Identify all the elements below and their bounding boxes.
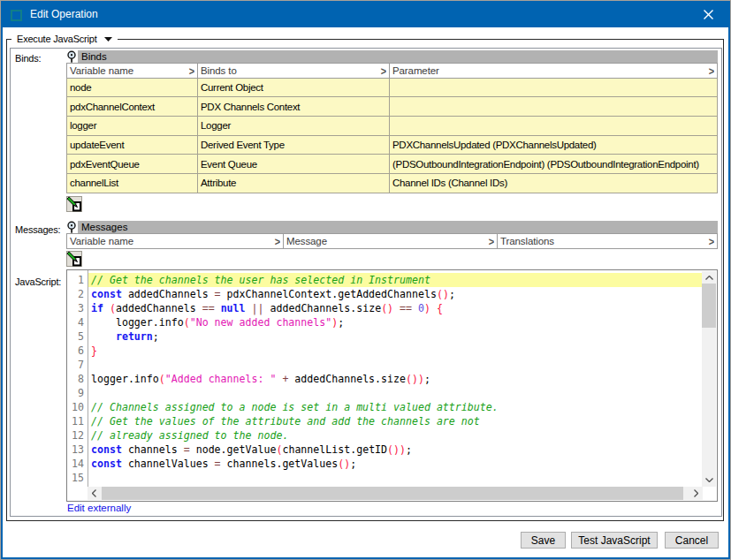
code-line[interactable]: // already assigned to the node. [91, 428, 288, 443]
column-header[interactable]: Parameter> [390, 64, 717, 78]
binds-table-row[interactable]: nodeCurrent Object [66, 79, 718, 98]
column-header-label: Translations [500, 236, 554, 246]
scroll-left-icon[interactable] [88, 487, 101, 501]
binds-section-header[interactable]: Binds [78, 50, 718, 63]
column-header[interactable]: Variable name> [67, 234, 284, 248]
messages-table-header: Variable name>Message>Translations> [66, 233, 718, 249]
line-number: 8 [67, 372, 84, 386]
code-line[interactable]: logger.info("Added channels: " + addedCh… [91, 372, 430, 386]
line-number: 7 [67, 358, 84, 372]
edit-externally-link[interactable]: Edit externally [67, 503, 131, 513]
test-javascript-button[interactable]: Test JavaScript [571, 532, 658, 549]
binds-table-cell[interactable] [390, 117, 717, 135]
binds-table-row[interactable]: updateEventDerived Event TypePDXChannels… [66, 136, 718, 155]
column-filter-icon[interactable]: > [381, 64, 386, 77]
vertical-scroll-thumb[interactable] [702, 284, 716, 328]
column-header-label: Binds to [201, 65, 237, 76]
code-line[interactable]: if (addedChannels == null || addedChanne… [91, 301, 443, 315]
column-header-label: Parameter [392, 65, 439, 76]
column-header[interactable]: Translations> [498, 234, 717, 248]
binds-table-cell[interactable] [390, 79, 717, 97]
binds-table-cell[interactable]: updateEvent [67, 136, 198, 155]
messages-section-title: Messages [81, 222, 127, 232]
scroll-up-icon[interactable] [702, 271, 716, 284]
binds-field-label: Binds: [15, 53, 41, 64]
column-header-label: Variable name [70, 65, 133, 76]
close-icon [704, 10, 713, 19]
code-line[interactable]: const addedChannels = pdxChannelContext.… [91, 287, 455, 301]
line-number: 5 [67, 329, 84, 344]
binds-table-cell[interactable]: channelList [67, 174, 198, 193]
line-number: 13 [67, 443, 84, 457]
column-filter-icon[interactable]: > [489, 235, 494, 247]
binds-table-cell[interactable]: (PDSOutboundIntegrationEndpoint) (PDSOut… [390, 155, 717, 173]
binds-table-header: Variable name>Binds to>Parameter> [66, 63, 718, 79]
binds-table-cell[interactable]: logger [67, 117, 198, 135]
binds-table-cell[interactable]: Channel IDs (Channel IDs) [390, 174, 717, 193]
code-line[interactable]: const channelValues = channels.getValues… [91, 457, 356, 471]
binds-table-cell[interactable]: pdxChannelContext [67, 97, 198, 116]
messages-edit-button[interactable] [66, 251, 82, 267]
binds-table-cell[interactable]: PDXChannelsUpdated (PDXChannelsUpdated) [390, 136, 717, 155]
column-filter-icon[interactable]: > [275, 235, 280, 247]
binds-table-cell[interactable]: node [67, 79, 198, 97]
javascript-editor[interactable]: 123456789101112131415 // Get the channel… [66, 269, 718, 502]
column-filter-icon[interactable]: > [709, 64, 714, 77]
horizontal-scroll-thumb[interactable] [102, 487, 683, 501]
close-button[interactable] [695, 1, 721, 27]
operation-type-dropdown[interactable]: Execute JavaScript [11, 33, 118, 45]
column-header-label: Variable name [70, 236, 133, 246]
line-number: 12 [67, 428, 84, 443]
binds-table-row[interactable]: loggerLogger [66, 117, 718, 136]
code-line[interactable]: logger.info("No new added channels"); [91, 315, 344, 329]
scroll-down-icon[interactable] [702, 473, 716, 487]
messages-field-label: Messages: [15, 224, 60, 235]
binds-table: Variable name>Binds to>Parameter> nodeCu… [66, 63, 718, 193]
operation-type-label: Execute JavaScript [17, 34, 97, 44]
binds-edit-button[interactable] [66, 196, 82, 212]
column-filter-icon[interactable]: > [709, 235, 714, 247]
messages-pin-icon [66, 221, 77, 233]
line-number: 15 [67, 471, 84, 485]
code-line[interactable]: // Get the channels the user has selecte… [91, 273, 430, 287]
line-number: 3 [67, 301, 84, 315]
binds-table-cell[interactable]: pdxEventQueue [67, 155, 198, 173]
binds-table-row[interactable]: pdxChannelContextPDX Channels Context [66, 97, 718, 117]
binds-table-cell[interactable] [390, 97, 717, 116]
code-line[interactable]: } [91, 344, 97, 358]
binds-table-cell[interactable]: Derived Event Type [198, 136, 390, 155]
code-line[interactable]: // Get the values of the attribute and a… [91, 414, 480, 428]
line-number: 11 [67, 414, 84, 428]
code-line[interactable]: // Channels assigned to a node is set in… [91, 400, 499, 414]
javascript-field-label: JavaScript: [15, 276, 61, 287]
column-header-label: Message [286, 236, 327, 246]
binds-table-cell[interactable]: Current Object [198, 79, 390, 97]
editor-horizontal-scrollbar[interactable] [88, 487, 703, 501]
line-number: 6 [67, 344, 84, 358]
titlebar[interactable]: Edit Operation [1, 1, 730, 27]
binds-table-row[interactable]: pdxEventQueueEvent Queue(PDSOutboundInte… [66, 155, 718, 174]
binds-table-cell[interactable]: PDX Channels Context [198, 97, 390, 116]
messages-section-header[interactable]: Messages [78, 221, 718, 233]
binds-table-row[interactable]: channelListAttributeChannel IDs (Channel… [66, 174, 718, 193]
line-number: 1 [67, 273, 84, 287]
line-number: 14 [67, 457, 84, 471]
code-line[interactable]: const channels = node.getValue(channelLi… [91, 443, 412, 457]
line-number: 10 [67, 400, 84, 414]
edit-operation-dialog: Edit Operation Execute JavaScript Binds:… [0, 0, 731, 560]
line-number: 4 [67, 315, 84, 329]
binds-table-cell[interactable]: Logger [198, 117, 390, 135]
scroll-right-icon[interactable] [689, 487, 703, 501]
save-button[interactable]: Save [521, 532, 566, 549]
column-header[interactable]: Variable name> [67, 64, 198, 78]
binds-table-cell[interactable]: Event Queue [198, 155, 390, 173]
binds-table-cell[interactable]: Attribute [198, 174, 390, 193]
cancel-button[interactable]: Cancel [665, 532, 719, 549]
code-line[interactable]: return; [91, 329, 159, 344]
column-header[interactable]: Message> [284, 234, 498, 248]
column-filter-icon[interactable]: > [189, 64, 194, 77]
messages-table: Variable name>Message>Translations> [66, 233, 718, 249]
column-header[interactable]: Binds to> [198, 64, 390, 78]
editor-vertical-scrollbar[interactable] [702, 271, 716, 487]
binds-pin-icon [66, 50, 77, 63]
